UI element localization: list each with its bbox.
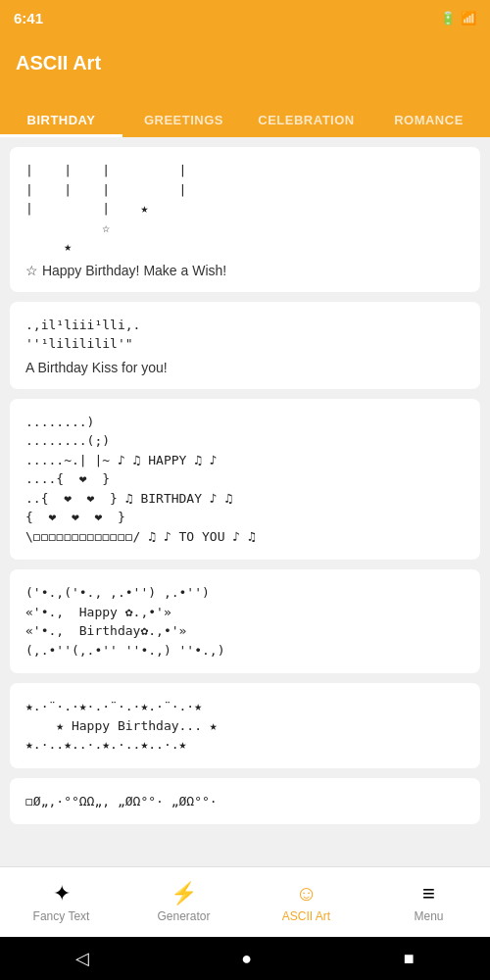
art-card-3: ........) ........(;) .....~.| |~ ♪ ♫ HA… — [10, 399, 480, 561]
tab-greetings[interactable]: GREETINGS — [122, 113, 245, 137]
tab-bar: BIRTHDAY GREETINGS CELEBRATION ROMANCE — [0, 90, 490, 137]
battery-icon: 🔋 — [440, 11, 456, 25]
art-card-2: .,il¹liii¹lli,. ''¹lilililil'" A Birthda… — [10, 302, 480, 389]
art-card-5: ★.·¨·.·★·.·¨·.·★.·¨·.·★ ★ Happy Birthday… — [10, 683, 480, 768]
home-button[interactable]: ● — [241, 949, 252, 969]
art-description-1: ☆ Happy Birthday! Make a Wish! — [25, 263, 465, 278]
generator-icon: ⚡ — [171, 881, 197, 906]
tab-birthday[interactable]: BIRTHDAY — [0, 113, 122, 137]
bottom-nav: ✦ Fancy Text ⚡ Generator ☺ ASCII Art ≡ M… — [0, 866, 490, 937]
recent-button[interactable]: ■ — [404, 949, 415, 969]
status-bar: 6:41 🔋 📶 — [0, 0, 490, 35]
tab-celebration[interactable]: CELEBRATION — [245, 113, 368, 137]
art-description-2: A Birthday Kiss for you! — [25, 360, 465, 375]
art-text-6: ◻Ø„,·°°ΩΩ„, „ØΩ°°· „ØΩ°°· — [25, 792, 465, 811]
generator-label: Generator — [157, 909, 210, 923]
menu-icon: ≡ — [422, 881, 435, 906]
nav-generator[interactable]: ⚡ Generator — [122, 881, 245, 923]
signal-icon: 📶 — [461, 11, 476, 25]
art-text-5: ★.·¨·.·★·.·¨·.·★.·¨·.·★ ★ Happy Birthday… — [25, 697, 465, 755]
art-text-3: ........) ........(;) .....~.| |~ ♪ ♫ HA… — [25, 413, 465, 547]
art-card-4: ('•.,('•., ,.•'') ,.•'') «'•., Happy ✿.,… — [10, 569, 480, 673]
art-text-2: .,il¹liii¹lli,. ''¹lilililil'" — [25, 316, 465, 354]
ascii-art-label: ASCII Art — [282, 909, 330, 923]
app-bar: ASCII Art — [0, 35, 490, 90]
android-nav-bar: ◁ ● ■ — [0, 937, 490, 980]
art-card-6: ◻Ø„,·°°ΩΩ„, „ØΩ°°· „ØΩ°°· — [10, 778, 480, 825]
status-icons: 🔋 📶 — [440, 11, 476, 25]
art-text-4: ('•.,('•., ,.•'') ,.•'') «'•., Happy ✿.,… — [25, 583, 465, 660]
art-card-1: | | | | | | | | | | ★ ☆ ★ ☆ Happy Birthd… — [10, 147, 480, 292]
menu-label: Menu — [414, 909, 443, 923]
nav-fancy-text[interactable]: ✦ Fancy Text — [0, 881, 122, 923]
art-text-1: | | | | | | | | | | ★ ☆ ★ — [25, 161, 465, 257]
fancy-text-label: Fancy Text — [33, 909, 90, 923]
nav-ascii-art[interactable]: ☺ ASCII Art — [245, 881, 368, 923]
tab-romance[interactable]: ROMANCE — [368, 113, 490, 137]
ascii-art-icon: ☺ — [295, 881, 317, 906]
fancy-text-icon: ✦ — [53, 881, 71, 906]
main-scroll[interactable]: | | | | | | | | | | ★ ☆ ★ ☆ Happy Birthd… — [0, 137, 490, 866]
app-title: ASCII Art — [16, 52, 101, 74]
nav-menu[interactable]: ≡ Menu — [368, 881, 490, 923]
back-button[interactable]: ◁ — [75, 948, 89, 969]
status-time: 6:41 — [14, 10, 43, 26]
